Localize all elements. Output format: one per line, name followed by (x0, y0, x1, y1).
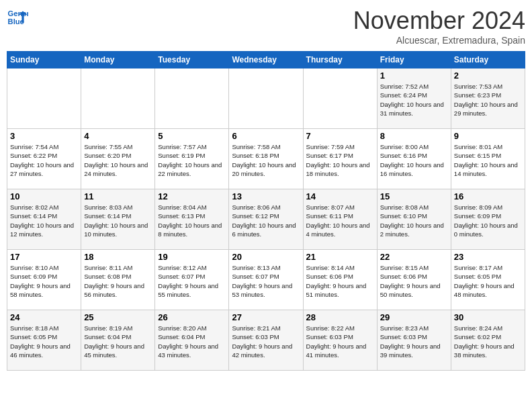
day-detail: Sunrise: 7:55 AMSunset: 6:20 PMDaylight:… (84, 142, 152, 178)
month-title: November 2024 (353, 7, 525, 35)
day-number: 10 (10, 191, 78, 201)
day-number: 23 (454, 252, 522, 262)
location: Alcuescar, Extremadura, Spain (353, 35, 525, 46)
day-detail: Sunrise: 7:54 AMSunset: 6:22 PMDaylight:… (10, 142, 78, 178)
day-detail: Sunrise: 8:22 AMSunset: 6:03 PMDaylight:… (306, 324, 374, 359)
day-number: 27 (232, 312, 300, 322)
calendar-cell: 4Sunrise: 7:55 AMSunset: 6:20 PMDaylight… (81, 129, 155, 189)
calendar-cell: 27Sunrise: 8:21 AMSunset: 6:03 PMDayligh… (229, 310, 303, 371)
day-number: 18 (84, 252, 152, 262)
calendar-week-row: 24Sunrise: 8:18 AMSunset: 6:05 PMDayligh… (7, 310, 525, 371)
calendar-header: SundayMondayTuesdayWednesdayThursdayFrid… (7, 52, 525, 68)
day-of-week-header: Saturday (451, 52, 525, 68)
day-number: 24 (10, 312, 78, 322)
day-number: 17 (10, 252, 78, 262)
calendar-cell: 9Sunrise: 8:01 AMSunset: 6:15 PMDaylight… (451, 129, 525, 189)
day-of-week-header: Friday (377, 52, 451, 68)
calendar-cell (303, 68, 377, 129)
day-number: 28 (306, 312, 374, 322)
calendar-table: SundayMondayTuesdayWednesdayThursdayFrid… (7, 51, 525, 371)
calendar-cell (155, 68, 229, 129)
calendar-cell: 18Sunrise: 8:11 AMSunset: 6:08 PMDayligh… (81, 250, 155, 310)
calendar-week-row: 3Sunrise: 7:54 AMSunset: 6:22 PMDaylight… (7, 129, 525, 189)
calendar-cell: 7Sunrise: 7:59 AMSunset: 6:17 PMDaylight… (303, 129, 377, 189)
day-number: 9 (454, 131, 522, 141)
day-number: 26 (158, 312, 226, 322)
day-detail: Sunrise: 8:13 AMSunset: 6:07 PMDaylight:… (232, 263, 300, 299)
day-detail: Sunrise: 8:19 AMSunset: 6:04 PMDaylight:… (84, 324, 152, 359)
day-detail: Sunrise: 8:14 AMSunset: 6:06 PMDaylight:… (306, 263, 374, 299)
page-header: General Blue November 2024 Alcuescar, Ex… (7, 7, 525, 46)
calendar-cell (81, 68, 155, 129)
day-detail: Sunrise: 8:18 AMSunset: 6:05 PMDaylight:… (10, 324, 78, 359)
calendar-week-row: 17Sunrise: 8:10 AMSunset: 6:09 PMDayligh… (7, 250, 525, 310)
day-number: 30 (454, 312, 522, 322)
day-number: 14 (306, 191, 374, 201)
calendar-cell (229, 68, 303, 129)
calendar-cell: 23Sunrise: 8:17 AMSunset: 6:05 PMDayligh… (451, 250, 525, 310)
calendar-cell: 26Sunrise: 8:20 AMSunset: 6:04 PMDayligh… (155, 310, 229, 371)
day-detail: Sunrise: 8:08 AMSunset: 6:10 PMDaylight:… (380, 203, 448, 238)
day-detail: Sunrise: 8:24 AMSunset: 6:02 PMDaylight:… (454, 324, 522, 359)
calendar-cell: 29Sunrise: 8:23 AMSunset: 6:03 PMDayligh… (377, 310, 451, 371)
day-detail: Sunrise: 8:12 AMSunset: 6:07 PMDaylight:… (158, 263, 226, 299)
day-of-week-header: Wednesday (229, 52, 303, 68)
day-detail: Sunrise: 8:10 AMSunset: 6:09 PMDaylight:… (10, 263, 78, 299)
day-detail: Sunrise: 7:52 AMSunset: 6:24 PMDaylight:… (380, 82, 448, 118)
calendar-cell: 5Sunrise: 7:57 AMSunset: 6:19 PMDaylight… (155, 129, 229, 189)
day-number: 1 (380, 71, 448, 81)
day-of-week-header: Sunday (7, 52, 81, 68)
day-number: 3 (10, 131, 78, 141)
day-detail: Sunrise: 7:59 AMSunset: 6:17 PMDaylight:… (306, 142, 374, 178)
calendar-cell: 20Sunrise: 8:13 AMSunset: 6:07 PMDayligh… (229, 250, 303, 310)
day-number: 16 (454, 191, 522, 201)
day-number: 25 (84, 312, 152, 322)
calendar-cell: 24Sunrise: 8:18 AMSunset: 6:05 PMDayligh… (7, 310, 81, 371)
calendar-cell: 6Sunrise: 7:58 AMSunset: 6:18 PMDaylight… (229, 129, 303, 189)
calendar-cell: 14Sunrise: 8:07 AMSunset: 6:11 PMDayligh… (303, 189, 377, 250)
day-detail: Sunrise: 7:53 AMSunset: 6:23 PMDaylight:… (454, 82, 522, 118)
calendar-body: 1Sunrise: 7:52 AMSunset: 6:24 PMDaylight… (7, 68, 525, 371)
day-number: 8 (380, 131, 448, 141)
day-number: 15 (380, 191, 448, 201)
day-of-week-header: Thursday (303, 52, 377, 68)
day-detail: Sunrise: 8:15 AMSunset: 6:06 PMDaylight:… (380, 263, 448, 299)
day-detail: Sunrise: 8:00 AMSunset: 6:16 PMDaylight:… (380, 142, 448, 178)
day-detail: Sunrise: 8:17 AMSunset: 6:05 PMDaylight:… (454, 263, 522, 299)
calendar-cell: 21Sunrise: 8:14 AMSunset: 6:06 PMDayligh… (303, 250, 377, 310)
day-of-week-header: Monday (81, 52, 155, 68)
day-detail: Sunrise: 7:58 AMSunset: 6:18 PMDaylight:… (232, 142, 300, 178)
calendar-cell: 30Sunrise: 8:24 AMSunset: 6:02 PMDayligh… (451, 310, 525, 371)
day-detail: Sunrise: 8:11 AMSunset: 6:08 PMDaylight:… (84, 263, 152, 299)
day-number: 7 (306, 131, 374, 141)
day-detail: Sunrise: 8:04 AMSunset: 6:13 PMDaylight:… (158, 203, 226, 238)
day-detail: Sunrise: 8:02 AMSunset: 6:14 PMDaylight:… (10, 203, 78, 238)
day-number: 29 (380, 312, 448, 322)
day-number: 5 (158, 131, 226, 141)
calendar-cell (7, 68, 81, 129)
day-of-week-header: Tuesday (155, 52, 229, 68)
day-detail: Sunrise: 8:21 AMSunset: 6:03 PMDaylight:… (232, 324, 300, 359)
calendar-cell: 22Sunrise: 8:15 AMSunset: 6:06 PMDayligh… (377, 250, 451, 310)
day-number: 13 (232, 191, 300, 201)
day-detail: Sunrise: 8:20 AMSunset: 6:04 PMDaylight:… (158, 324, 226, 359)
header-row: SundayMondayTuesdayWednesdayThursdayFrid… (7, 52, 525, 68)
day-number: 21 (306, 252, 374, 262)
calendar-cell: 3Sunrise: 7:54 AMSunset: 6:22 PMDaylight… (7, 129, 81, 189)
logo-icon: General Blue (7, 7, 28, 28)
calendar-cell: 2Sunrise: 7:53 AMSunset: 6:23 PMDaylight… (451, 68, 525, 129)
day-detail: Sunrise: 8:03 AMSunset: 6:14 PMDaylight:… (84, 203, 152, 238)
title-area: November 2024 Alcuescar, Extremadura, Sp… (353, 7, 525, 46)
day-number: 6 (232, 131, 300, 141)
calendar-cell: 17Sunrise: 8:10 AMSunset: 6:09 PMDayligh… (7, 250, 81, 310)
day-detail: Sunrise: 8:23 AMSunset: 6:03 PMDaylight:… (380, 324, 448, 359)
day-number: 19 (158, 252, 226, 262)
calendar-cell: 8Sunrise: 8:00 AMSunset: 6:16 PMDaylight… (377, 129, 451, 189)
svg-text:Blue: Blue (8, 17, 24, 26)
calendar-cell: 28Sunrise: 8:22 AMSunset: 6:03 PMDayligh… (303, 310, 377, 371)
calendar-cell: 1Sunrise: 7:52 AMSunset: 6:24 PMDaylight… (377, 68, 451, 129)
day-number: 4 (84, 131, 152, 141)
logo: General Blue (7, 7, 28, 28)
calendar-cell: 12Sunrise: 8:04 AMSunset: 6:13 PMDayligh… (155, 189, 229, 250)
day-number: 2 (454, 71, 522, 81)
